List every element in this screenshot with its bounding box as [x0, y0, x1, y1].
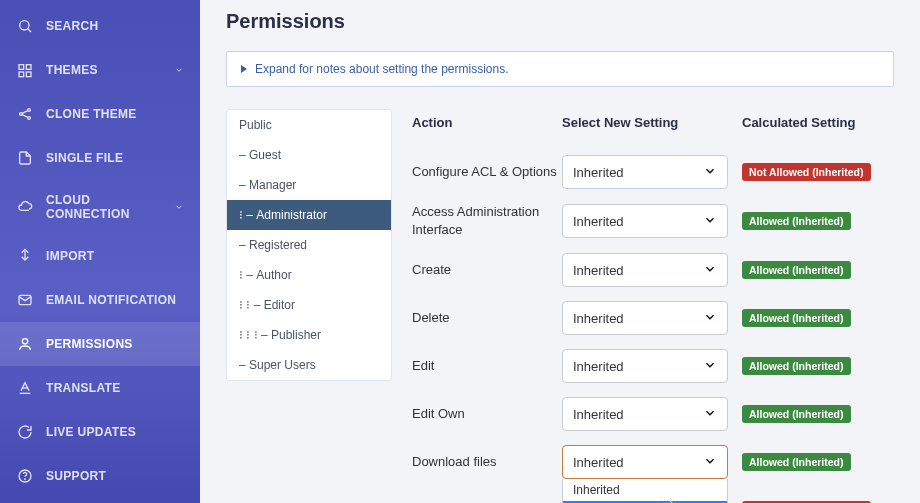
status-badge: Allowed (Inherited) — [742, 453, 851, 471]
chevron-down-icon — [703, 262, 717, 279]
themes-icon — [16, 61, 34, 79]
setting-select[interactable]: Inherited — [562, 445, 728, 479]
calculated-cell: Allowed (Inherited) — [742, 212, 851, 230]
svg-point-7 — [28, 109, 31, 112]
svg-line-10 — [22, 115, 27, 118]
refresh-icon — [16, 423, 34, 441]
select-value: Inherited — [573, 311, 624, 326]
setting-select[interactable]: Inherited — [562, 349, 728, 383]
sidebar-item-label: SINGLE FILE — [46, 151, 123, 165]
chevron-down-icon — [703, 213, 717, 230]
sidebar-item-label: IMPORT — [46, 249, 94, 263]
action-label: Delete — [412, 309, 562, 327]
group-item[interactable]: ⁝ ⁝ – Editor — [227, 290, 391, 320]
sidebar-item-label: CLONE THEME — [46, 107, 137, 121]
permissions-table: Action Select New Setting Calculated Set… — [412, 109, 894, 503]
user-icon — [16, 335, 34, 353]
svg-rect-4 — [19, 72, 24, 77]
permission-row: DeleteInheritedAllowed (Inherited) — [412, 294, 894, 342]
group-item[interactable]: Public — [227, 110, 391, 140]
page-title: Permissions — [226, 10, 894, 33]
setting-select[interactable]: Inherited — [562, 397, 728, 431]
col-calc: Calculated Setting — [742, 115, 894, 130]
svg-rect-3 — [26, 65, 31, 70]
user-groups-panel: Public– Guest– Manager ⁝ – Administrator… — [226, 109, 392, 381]
svg-rect-2 — [19, 65, 24, 70]
setting-select[interactable]: Inherited — [562, 301, 728, 335]
status-badge: Allowed (Inherited) — [742, 357, 851, 375]
sidebar-item-live-updates[interactable]: LIVE UPDATES — [0, 410, 200, 454]
chevron-down-icon — [174, 202, 184, 212]
svg-point-13 — [22, 339, 27, 344]
select-option[interactable]: Inherited — [563, 479, 727, 501]
sidebar-item-search[interactable]: SEARCH — [0, 4, 200, 48]
sidebar-item-import[interactable]: IMPORT — [0, 234, 200, 278]
group-item[interactable]: ⁝ – Administrator — [227, 200, 391, 230]
group-item[interactable]: – Super Users — [227, 350, 391, 380]
table-header: Action Select New Setting Calculated Set… — [412, 109, 894, 148]
cloud-icon — [16, 198, 34, 216]
calculated-cell: Allowed (Inherited) — [742, 405, 851, 423]
group-item[interactable]: – Manager — [227, 170, 391, 200]
sidebar-item-single-file[interactable]: SINGLE FILE — [0, 136, 200, 180]
action-label: Create — [412, 261, 562, 279]
permission-row: EditInheritedAllowed (Inherited) — [412, 342, 894, 390]
permission-row: Download filesInheritedInheritedAllowedD… — [412, 438, 894, 486]
file-icon — [16, 149, 34, 167]
status-badge: Allowed (Inherited) — [742, 309, 851, 327]
group-item[interactable]: ⁝ ⁝ ⁝ – Publisher — [227, 320, 391, 350]
sidebar-item-label: SUPPORT — [46, 469, 106, 483]
sidebar-item-label: LIVE UPDATES — [46, 425, 136, 439]
chevron-down-icon — [703, 454, 717, 471]
group-item[interactable]: ⁝ – Author — [227, 260, 391, 290]
select-dropdown: InheritedAllowedDenied — [562, 479, 728, 503]
expand-notice[interactable]: Expand for notes about setting the permi… — [226, 51, 894, 87]
sidebar-item-label: THEMES — [46, 63, 98, 77]
action-label: Download files — [412, 453, 562, 471]
calculated-cell: Not Allowed (Inherited) — [742, 163, 871, 181]
action-label: Configure ACL & Options — [412, 163, 562, 181]
main-content: Permissions Expand for notes about setti… — [200, 0, 920, 503]
svg-point-6 — [20, 113, 23, 116]
sidebar-item-label: EMAIL NOTIFICATION — [46, 293, 176, 307]
sidebar-item-translate[interactable]: TRANSLATE — [0, 366, 200, 410]
select-value: Inherited — [573, 407, 624, 422]
group-item[interactable]: – Guest — [227, 140, 391, 170]
chevron-down-icon — [703, 358, 717, 375]
svg-point-0 — [20, 21, 29, 30]
svg-line-1 — [28, 29, 31, 32]
sidebar-item-label: TRANSLATE — [46, 381, 120, 395]
action-label: Edit Own — [412, 405, 562, 423]
setting-select[interactable]: Inherited — [562, 155, 728, 189]
sidebar-item-themes[interactable]: THEMES — [0, 48, 200, 92]
sidebar-item-label: PERMISSIONS — [46, 337, 133, 351]
svg-rect-5 — [26, 72, 31, 77]
calculated-cell: Allowed (Inherited) — [742, 453, 851, 471]
chevron-down-icon — [703, 164, 717, 181]
action-label: Access Administration Interface — [412, 203, 562, 239]
status-badge: Allowed (Inherited) — [742, 261, 851, 279]
import-icon — [16, 247, 34, 265]
permission-row: CreateInheritedAllowed (Inherited) — [412, 246, 894, 294]
sidebar-item-permissions[interactable]: PERMISSIONS — [0, 322, 200, 366]
group-item[interactable]: – Registered — [227, 230, 391, 260]
chevron-down-icon — [174, 65, 184, 75]
setting-select[interactable]: Inherited — [562, 204, 728, 238]
permission-row: Configure ACL & OptionsInheritedNot Allo… — [412, 148, 894, 196]
select-value: Inherited — [573, 263, 624, 278]
notice-text: Expand for notes about setting the permi… — [255, 62, 508, 76]
sidebar-item-support[interactable]: SUPPORT — [0, 454, 200, 498]
sidebar-item-label: SEARCH — [46, 19, 98, 33]
status-badge: Not Allowed (Inherited) — [742, 163, 871, 181]
sidebar-item-email-notification[interactable]: EMAIL NOTIFICATION — [0, 278, 200, 322]
sidebar-item-clone-theme[interactable]: CLONE THEME — [0, 92, 200, 136]
permission-row: Edit OwnInheritedAllowed (Inherited) — [412, 390, 894, 438]
calculated-cell: Allowed (Inherited) — [742, 357, 851, 375]
sidebar: SEARCH THEMES CLONE THEME SINGLE FILE CL… — [0, 0, 200, 503]
mail-icon — [16, 291, 34, 309]
setting-select[interactable]: Inherited — [562, 253, 728, 287]
sidebar-item-label: CLOUD CONNECTION — [46, 193, 174, 221]
sidebar-item-cloud-connection[interactable]: CLOUD CONNECTION — [0, 180, 200, 234]
search-icon — [16, 17, 34, 35]
chevron-down-icon — [703, 406, 717, 423]
